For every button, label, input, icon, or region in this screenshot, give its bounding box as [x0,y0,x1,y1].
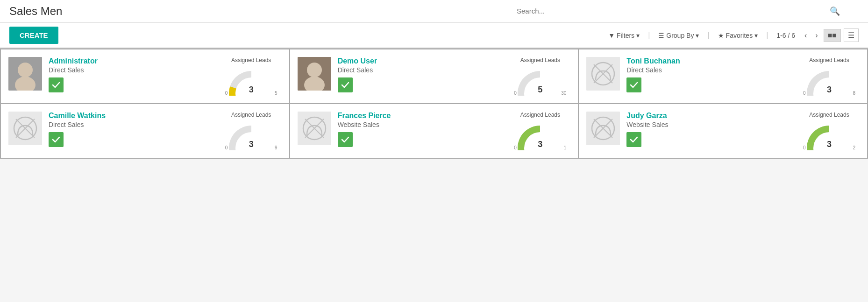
toolbar-right: ▼ Filters ▾ | ☰ Group By ▾ | ★ Favorites… [605,28,859,42]
salesman-name: Toni Buchanan [626,57,792,65]
gauge-value: 5 [538,85,542,95]
gauge-max: 1 [564,145,567,150]
gauge-min: 0 [803,91,806,96]
prev-page-button[interactable]: ‹ [802,30,810,41]
gauge-value: 3 [249,140,254,149]
create-button[interactable]: CREATE [9,27,58,44]
check-button[interactable] [338,77,353,92]
gauge-container: 3 0 1 [512,120,568,150]
groupby-button[interactable]: ☰ Group By ▾ [655,30,703,41]
gauge-min: 0 [803,145,806,150]
list-view-button[interactable]: ☰ [844,28,859,42]
card-info: Camille Watkins Direct Sales [49,112,214,147]
avatar-placeholder [586,57,620,91]
gauge-label: Assigned Leads [520,57,560,63]
avatar-placeholder [298,112,331,145]
gauge-container: 3 0 2 [801,120,857,150]
gauge-value: 3 [827,85,832,95]
gauge-value: 3 [538,140,542,149]
kanban-grid: Administrator Direct Sales Assigned Lead… [0,49,868,159]
svg-point-1 [18,63,33,77]
salesman-team: Website Sales [626,121,792,128]
toolbar: CREATE ▼ Filters ▾ | ☰ Group By ▾ | ★ Fa… [0,23,868,49]
gauge-section: Assigned Leads 3 0 5 [221,57,282,96]
card-info: Toni Buchanan Direct Sales [626,57,792,92]
search-input[interactable] [513,5,830,17]
gauge-max: 9 [275,145,277,150]
gauge-max: 30 [561,91,566,96]
gauge-min: 0 [225,91,228,96]
avatar-placeholder [8,112,42,145]
salesman-team: Direct Sales [338,66,504,74]
gauge-label: Assigned Leads [231,112,271,118]
card-info: Administrator Direct Sales [49,57,214,92]
gauge-max: 8 [853,91,855,96]
card-info: Judy Garza Website Sales [626,112,792,147]
gauge-container: 5 0 30 [512,65,568,96]
favorites-button[interactable]: ★ Favorites ▾ [714,30,762,41]
separator-2: | [707,31,709,40]
gauge-label: Assigned Leads [520,112,560,118]
star-icon: ★ [718,32,724,39]
avatar-placeholder [586,112,620,145]
check-button[interactable] [626,77,641,92]
gauge-section: Assigned Leads 3 0 9 [221,112,282,150]
gauge-min: 0 [514,145,517,150]
pagination-info: 1-6 / 6 [776,32,795,39]
kanban-view-button[interactable]: ■■ [824,29,841,42]
gauge-label: Assigned Leads [231,57,271,63]
gauge-label: Assigned Leads [809,57,849,63]
check-button[interactable] [49,132,64,147]
filters-button[interactable]: ▼ Filters ▾ [605,30,643,41]
svg-point-4 [307,63,322,77]
salesman-team: Direct Sales [49,66,214,74]
salesman-name: Camille Watkins [49,112,214,120]
check-button[interactable] [338,132,353,147]
gauge-section: Assigned Leads 5 0 30 [510,57,570,96]
favorites-chevron-icon: ▾ [754,32,758,39]
gauge-section: Assigned Leads 3 0 1 [510,112,570,150]
gauge-container: 3 0 8 [801,65,857,96]
gauge-value: 3 [249,85,254,95]
salesman-team: Direct Sales [49,121,214,128]
salesman-team: Website Sales [338,121,504,128]
gauge-section: Assigned Leads 3 0 8 [799,57,860,96]
avatar [298,57,331,91]
separator-3: | [766,31,768,40]
salesman-team: Direct Sales [626,66,792,74]
page-title: Sales Men [9,5,62,18]
salesman-card: Judy Garza Website Sales Assigned Leads … [579,104,867,158]
top-bar: Sales Men 🔍 [0,0,868,23]
gauge-max: 2 [853,145,855,150]
gauge-section: Assigned Leads 3 0 2 [799,112,860,150]
filters-chevron-icon: ▾ [636,32,640,39]
search-button[interactable]: 🔍 [830,6,840,16]
gauge-label: Assigned Leads [809,112,849,118]
salesman-name: Administrator [49,57,214,65]
avatar [8,57,42,91]
search-container: 🔍 [513,5,840,17]
card-info: Demo User Direct Sales [338,57,504,92]
salesman-name: Judy Garza [626,112,792,120]
salesman-card: Toni Buchanan Direct Sales Assigned Lead… [579,49,867,103]
card-info: Frances Pierce Website Sales [338,112,504,147]
gauge-min: 0 [225,145,228,150]
salesman-card: Administrator Direct Sales Assigned Lead… [1,49,289,103]
salesman-card: Demo User Direct Sales Assigned Leads 5 … [290,49,578,103]
filter-icon: ▼ [608,32,615,39]
gauge-min: 0 [514,91,517,96]
salesman-card: Camille Watkins Direct Sales Assigned Le… [1,104,289,158]
check-button[interactable] [49,77,64,92]
gauge-max: 5 [275,91,277,96]
groupby-icon: ☰ [658,32,664,39]
gauge-container: 3 0 9 [223,120,279,150]
gauge-value: 3 [827,140,832,149]
separator-1: | [648,31,650,40]
salesman-name: Frances Pierce [338,112,504,120]
gauge-container: 3 0 5 [223,65,279,96]
salesman-card: Frances Pierce Website Sales Assigned Le… [290,104,578,158]
check-button[interactable] [626,132,641,147]
next-page-button[interactable]: › [812,30,820,41]
groupby-chevron-icon: ▾ [696,32,699,39]
salesman-name: Demo User [338,57,504,65]
